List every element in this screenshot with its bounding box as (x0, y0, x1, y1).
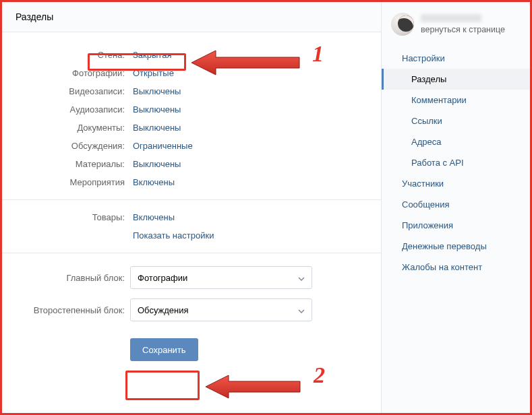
setting-value[interactable]: Открытые (130, 68, 174, 78)
setting-value[interactable]: Включены (130, 177, 175, 187)
setting-row: Фотографии:Открытые (2, 64, 381, 82)
sidebar-item[interactable]: Жалобы на контент (382, 257, 530, 278)
select-row-main-block: Главный блок: Фотографии (2, 261, 381, 294)
main-block-select[interactable]: Фотографии (130, 266, 312, 289)
profile-block: вернуться к странице (382, 9, 530, 44)
setting-label: Стена: (2, 50, 130, 60)
setting-row-goods: Товары: Включены (2, 208, 381, 226)
profile-text: вернуться к странице (421, 14, 505, 34)
back-to-page-link[interactable]: вернуться к странице (421, 25, 505, 34)
setting-value[interactable]: Включены (130, 212, 175, 222)
select-value: Фотографии (138, 273, 187, 283)
select-label: Главный блок: (2, 273, 130, 283)
setting-value[interactable]: Ограниченные (130, 141, 193, 151)
sidebar-item[interactable]: Работа с API (382, 152, 530, 173)
setting-row: Аудиозаписи:Выключены (2, 100, 381, 119)
sidebar-item[interactable]: Ссылки (382, 110, 530, 131)
sidebar-item[interactable]: Комментарии (382, 90, 530, 110)
setting-value[interactable]: Выключены (130, 86, 181, 96)
avatar[interactable] (391, 13, 414, 36)
chevron-down-icon (298, 305, 305, 315)
secondary-block-select[interactable]: Обсуждения (130, 298, 312, 321)
setting-label: Документы: (2, 123, 130, 133)
setting-label: Мероприятия (2, 177, 130, 187)
select-value: Обсуждения (138, 305, 189, 315)
divider (2, 199, 381, 200)
spacer (2, 338, 130, 361)
setting-label: Фотографии: (2, 68, 130, 78)
setting-label: Аудиозаписи: (2, 104, 130, 115)
sidebar-item[interactable]: Участники (382, 173, 530, 194)
setting-value[interactable]: Выключены (130, 123, 181, 133)
setting-label: Обсуждения: (2, 141, 130, 151)
sidebar: вернуться к странице НастройкиРазделыКом… (382, 2, 530, 413)
setting-label: Товары: (2, 212, 130, 222)
save-button[interactable]: Сохранить (130, 338, 198, 361)
settings-menu: НастройкиРазделыКомментарииСсылкиАдресаР… (382, 48, 530, 278)
sidebar-item[interactable]: Сообщения (382, 194, 530, 215)
select-row-secondary-block: Второстепенный блок: Обсуждения (2, 294, 381, 326)
setting-row: Материалы:Выключены (2, 155, 381, 173)
setting-row: Документы:Выключены (2, 119, 381, 137)
sidebar-item[interactable]: Настройки (382, 48, 530, 69)
show-settings-link[interactable]: Показать настройки (130, 230, 214, 241)
setting-value[interactable]: Закрытая (130, 50, 171, 60)
setting-row: МероприятияВключены (2, 173, 381, 191)
select-label: Второстепенный блок: (2, 305, 130, 315)
setting-row: Видеозаписи:Выключены (2, 82, 381, 100)
divider (2, 253, 381, 253)
settings-body: Стена:ЗакрытаяФотографии:ОткрытыеВидеоза… (2, 32, 381, 375)
setting-row: Стена:Закрытая (2, 46, 381, 64)
setting-label: Видеозаписи: (2, 86, 130, 96)
button-row: Сохранить (2, 326, 381, 361)
setting-value[interactable]: Выключены (130, 159, 181, 169)
sidebar-item[interactable]: Разделы (382, 69, 530, 90)
setting-row: Обсуждения:Ограниченные (2, 137, 381, 155)
app-frame: Разделы Стена:ЗакрытаяФотографии:Открыты… (0, 0, 532, 415)
setting-row-show-settings: Показать настройки (2, 226, 381, 245)
setting-value[interactable]: Выключены (130, 104, 181, 115)
page-title: Разделы (2, 2, 381, 32)
sidebar-item[interactable]: Денежные переводы (382, 236, 530, 257)
main-panel: Разделы Стена:ЗакрытаяФотографии:Открыты… (2, 2, 382, 413)
chevron-down-icon (298, 273, 305, 283)
setting-label: Материалы: (2, 159, 130, 169)
profile-name-blurred (421, 14, 481, 22)
sidebar-item[interactable]: Приложения (382, 215, 530, 236)
sidebar-item[interactable]: Адреса (382, 131, 530, 152)
